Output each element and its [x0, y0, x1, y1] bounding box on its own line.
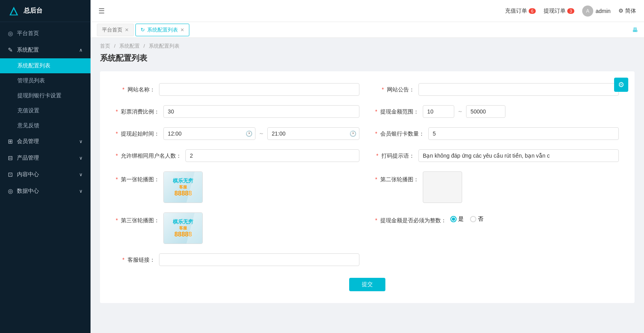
tabs-list: 平台首页 ✕ ↻ 系统配置列表 ✕: [97, 24, 189, 36]
chevron-down-icon-member: ∨: [79, 139, 83, 144]
tab-configlist[interactable]: ↻ 系统配置列表 ✕: [135, 24, 189, 36]
must-integer-radio-group: 是 否: [450, 212, 619, 223]
data-icon: ◎: [8, 188, 13, 195]
member-card-input[interactable]: [428, 127, 619, 140]
form-row-allow-bind: * 允许绑相同用户名人数：: [116, 149, 359, 162]
required-star10: *: [375, 176, 377, 182]
required-star8: *: [376, 153, 378, 159]
banner3-upload[interactable]: 棋乐无穷 客服 88888: [163, 212, 203, 244]
tabs-actions[interactable]: 🖶: [632, 27, 638, 33]
user-name: admin: [596, 8, 611, 14]
sidebar-sub-item-bankconfig-label: 提现到银行卡设置: [17, 92, 61, 99]
edit-icon: ✎: [8, 47, 13, 54]
sidebar-sub-item-recharge-label: 充值设置: [17, 107, 39, 114]
radio-no[interactable]: 否: [470, 216, 483, 223]
sidebar-item-sysconfig[interactable]: ✎ 系统配置 ∧: [0, 42, 91, 58]
banner1-preview: 棋乐无穷 客服 88888: [164, 171, 202, 203]
sidebar-sub-item-adminlist-label: 管理员列表: [17, 77, 45, 84]
withdraw-start-input[interactable]: [163, 127, 255, 140]
radio-yes-circle: [450, 216, 457, 222]
lottery-ratio-input[interactable]: [163, 105, 359, 118]
menu-toggle-icon[interactable]: ☰: [98, 7, 105, 15]
time-tilde: ～: [259, 130, 264, 137]
form-grid: * 网站名称： * 网站公告：: [116, 83, 619, 266]
avatar: A: [582, 6, 593, 17]
chevron-up-icon: ∧: [79, 47, 83, 53]
withdraw-end-input[interactable]: [267, 127, 359, 140]
lang-selector[interactable]: ⚙ 简体: [618, 7, 636, 15]
chevron-down-icon-product: ∨: [79, 155, 83, 161]
form-row-typing-hint: * 打码提示语：: [375, 149, 619, 162]
breadcrumb-current: 系统配置列表: [149, 43, 180, 49]
radio-yes[interactable]: 是: [450, 216, 464, 223]
required-star13: *: [122, 257, 124, 263]
tab-home-label: 平台首页: [102, 26, 122, 33]
sidebar-sub-item-recharge[interactable]: 充值设置: [0, 103, 91, 118]
form-row-website-name: * 网站名称：: [116, 83, 359, 96]
allow-bind-label: * 允许绑相同用户名人数：: [116, 149, 181, 160]
sidebar-item-product-label: 产品管理: [17, 154, 39, 162]
sidebar-sub-item-feedback[interactable]: 意见反馈: [0, 118, 91, 133]
breadcrumb-sysconfig[interactable]: 系统配置: [119, 43, 140, 49]
required-star12: *: [375, 217, 377, 223]
radio-no-label: 否: [478, 216, 483, 223]
breadcrumb-home[interactable]: 首页: [100, 43, 110, 49]
allow-bind-input[interactable]: [185, 149, 359, 162]
sidebar-sub-item-configlist-label: 系统配置列表: [17, 62, 50, 69]
tab-configlist-close[interactable]: ✕: [180, 27, 184, 33]
chevron-down-icon-content: ∨: [79, 172, 83, 177]
main-content: ☰ 充值订单 6 提现订单 3 A admin ⚙ 简体 平台首页: [91, 0, 644, 333]
website-name-input[interactable]: [159, 83, 359, 96]
page-title: 系统配置列表: [100, 53, 635, 63]
empty-cell: [375, 253, 619, 266]
must-integer-label: * 提现金额是否必须为整数：: [375, 212, 446, 224]
recharge-order-label: 充值订单: [505, 7, 527, 15]
sidebar: 总后台 ◎ 平台首页 ✎ 系统配置 ∧ 系统配置列表 管理员列表 提现到银行卡设…: [0, 0, 91, 333]
home-icon: ◎: [8, 30, 13, 37]
deco1: [187, 171, 203, 203]
lottery-ratio-control: [163, 105, 359, 118]
website-notice-input[interactable]: [418, 83, 619, 96]
lang-label: 简体: [625, 7, 636, 14]
radio-yes-label: 是: [458, 216, 464, 223]
tab-home[interactable]: 平台首页 ✕: [97, 24, 134, 36]
tab-spin-icon: ↻: [141, 27, 145, 33]
withdraw-range-max-input[interactable]: [466, 105, 505, 118]
topbar-left: ☰: [98, 7, 105, 15]
user-menu[interactable]: A admin: [582, 6, 611, 17]
sidebar-sub-item-adminlist[interactable]: 管理员列表: [0, 73, 91, 88]
withdraw-order-btn[interactable]: 提现订单 3: [544, 7, 574, 15]
banner2-upload[interactable]: [423, 171, 462, 203]
sidebar-item-member[interactable]: ⊞ 会员管理 ∨: [0, 133, 91, 150]
typing-hint-control: [418, 149, 619, 162]
sidebar-sub-item-configlist[interactable]: 系统配置列表: [0, 58, 91, 73]
form-row-customer-link: * 客服链接：: [116, 253, 359, 266]
sidebar-item-product[interactable]: ⊟ 产品管理 ∨: [0, 150, 91, 166]
customer-link-label: * 客服链接：: [116, 253, 155, 264]
breadcrumb-sep2: /: [144, 43, 145, 49]
sidebar-logo: 总后台: [0, 0, 91, 22]
sidebar-sub-item-bankconfig[interactable]: 提现到银行卡设置: [0, 88, 91, 103]
clock-icon-end: 🕐: [350, 130, 356, 137]
card-gear-button[interactable]: ⚙: [614, 78, 628, 92]
customer-link-input[interactable]: [159, 253, 359, 266]
form-row-banner2: * 第二张轮播图：: [375, 171, 619, 203]
sidebar-item-data[interactable]: ◎ 数据中心 ∨: [0, 183, 91, 199]
clock-icon-start: 🕐: [246, 130, 252, 137]
sidebar-item-home[interactable]: ◎ 平台首页: [0, 25, 91, 42]
customer-link-control: [159, 253, 359, 266]
sidebar-item-home-label: 平台首页: [17, 30, 39, 37]
website-notice-label: * 网站公告：: [375, 83, 415, 93]
must-integer-control: 是 否: [450, 212, 619, 223]
banner1-control: 棋乐无穷 客服 88888: [163, 171, 359, 203]
withdraw-range-min-input[interactable]: [423, 105, 454, 118]
recharge-order-btn[interactable]: 充值订单 6: [505, 7, 536, 15]
tab-home-close[interactable]: ✕: [125, 27, 129, 33]
submit-button[interactable]: 提交: [349, 278, 385, 291]
sidebar-item-content[interactable]: ⊡ 内容中心 ∨: [0, 166, 91, 183]
typing-hint-input[interactable]: [418, 149, 619, 162]
banner1-upload[interactable]: 棋乐无穷 客服 88888: [163, 171, 203, 203]
banner1-label: * 第一张轮播图：: [116, 171, 159, 183]
form-row-banner3: * 第三张轮播图： 棋乐无穷 客服 88888: [116, 212, 359, 244]
range-tilde: ～: [457, 108, 463, 115]
